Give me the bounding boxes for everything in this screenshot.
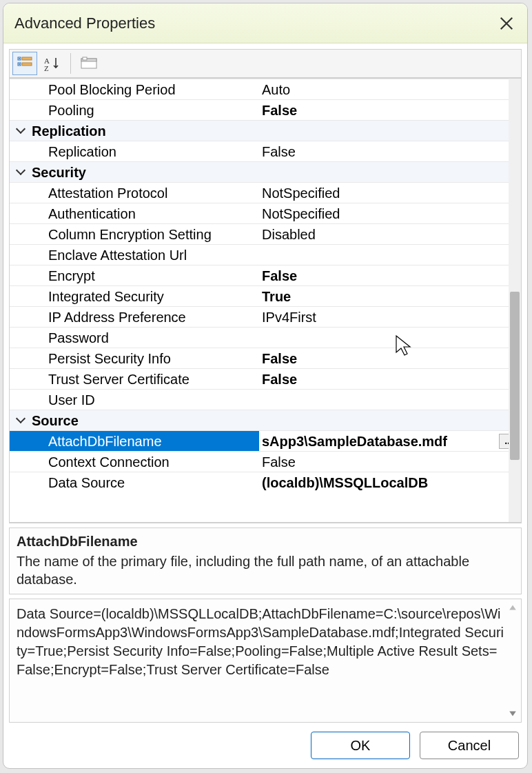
- prop-label: Persist Security Info: [32, 348, 259, 368]
- svg-text:Z: Z: [44, 64, 49, 71]
- row-integrated-security[interactable]: Integrated SecurityTrue: [10, 285, 521, 306]
- row-password[interactable]: Password: [10, 327, 521, 348]
- titlebar: Advanced Properties: [3, 3, 527, 43]
- row-authentication[interactable]: AuthenticationNotSpecified: [10, 203, 521, 223]
- description-pane: AttachDbFilename The name of the primary…: [9, 528, 522, 594]
- prop-label: Password: [32, 328, 259, 348]
- scrollbar-thumb[interactable]: [510, 292, 520, 460]
- prop-value[interactable]: False: [259, 100, 521, 120]
- row-pooling[interactable]: PoolingFalse: [10, 99, 521, 120]
- prop-label: Column Encryption Setting: [32, 224, 259, 244]
- row-attach-db-filename[interactable]: AttachDbFilenamesApp3\SampleDatabase.mdf…: [10, 430, 521, 451]
- categorized-icon: [17, 56, 33, 71]
- category-replication[interactable]: Replication: [10, 120, 521, 141]
- prop-value[interactable]: NotSpecified: [259, 183, 521, 203]
- prop-label: IP Address Preference: [32, 307, 259, 327]
- category-label: Security: [32, 162, 259, 182]
- connection-string-text: Data Source=(localdb)\MSSQLLocalDB;Attac…: [17, 606, 504, 677]
- scroll-down-button[interactable]: [507, 708, 518, 719]
- prop-value[interactable]: False: [259, 265, 521, 285]
- connection-string-box[interactable]: Data Source=(localdb)\MSSQLLocalDB;Attac…: [9, 599, 522, 723]
- prop-label: Trust Server Certificate: [32, 369, 259, 389]
- prop-label: Authentication: [32, 203, 259, 223]
- svg-rect-3: [22, 63, 32, 66]
- expand-toggle[interactable]: [10, 162, 32, 182]
- alphabetical-button[interactable]: A Z: [40, 52, 65, 75]
- row-column-encryption-setting[interactable]: Column Encryption SettingDisabled: [10, 223, 521, 244]
- category-label: Replication: [32, 121, 259, 141]
- prop-value[interactable]: True: [259, 286, 521, 306]
- triangle-up-icon: [509, 603, 517, 612]
- expand-toggle[interactable]: [10, 410, 32, 430]
- prop-value[interactable]: sApp3\SampleDatabase.mdf...: [259, 431, 521, 451]
- prop-value[interactable]: IPv4First: [259, 307, 521, 327]
- toolbar-separator: [70, 53, 71, 74]
- property-pages-icon: [80, 56, 98, 71]
- prop-value[interactable]: False: [259, 369, 521, 389]
- row-ip-address-preference[interactable]: IP Address PreferenceIPv4First: [10, 306, 521, 327]
- category-security[interactable]: Security: [10, 161, 521, 182]
- prop-label: Encrypt: [32, 265, 259, 285]
- description-title: AttachDbFilename: [17, 534, 514, 550]
- prop-label: Integrated Security: [32, 286, 259, 306]
- description-body: The name of the primary file, including …: [17, 552, 514, 588]
- property-grid: Pool Blocking PeriodAuto PoolingFalse Re…: [9, 78, 522, 523]
- connstr-scroll: [507, 602, 520, 719]
- prop-value[interactable]: False: [259, 452, 521, 472]
- row-user-id[interactable]: User ID: [10, 389, 521, 410]
- row-enclave-attestation-url[interactable]: Enclave Attestation Url: [10, 244, 521, 265]
- prop-label: AttachDbFilename: [32, 431, 259, 451]
- scroll-up-button[interactable]: [507, 602, 518, 613]
- prop-value[interactable]: False: [259, 141, 521, 161]
- close-icon: [499, 16, 514, 31]
- prop-label: User ID: [32, 390, 259, 410]
- prop-value[interactable]: [259, 390, 521, 410]
- prop-label: Data Source: [32, 472, 259, 492]
- svg-rect-1: [22, 57, 32, 60]
- chevron-down-icon: [16, 414, 25, 423]
- category-label: Source: [32, 410, 259, 430]
- row-replication[interactable]: ReplicationFalse: [10, 141, 521, 161]
- expand-toggle[interactable]: [10, 121, 32, 141]
- prop-value[interactable]: [259, 328, 521, 348]
- row-encrypt[interactable]: EncryptFalse: [10, 265, 521, 285]
- prop-label: Replication: [32, 141, 259, 161]
- row-pool-blocking-period[interactable]: Pool Blocking PeriodAuto: [10, 79, 521, 99]
- row-attestation-protocol[interactable]: Attestation ProtocolNotSpecified: [10, 182, 521, 203]
- prop-value[interactable]: [259, 245, 521, 265]
- prop-label: Enclave Attestation Url: [32, 245, 259, 265]
- prop-label: Pool Blocking Period: [32, 79, 259, 99]
- prop-value[interactable]: (localdb)\MSSQLLocalDB: [259, 472, 521, 492]
- prop-label: Context Connection: [32, 452, 259, 472]
- cancel-button[interactable]: Cancel: [420, 732, 519, 759]
- categorized-button[interactable]: [12, 52, 37, 75]
- property-toolbar: A Z: [9, 49, 522, 78]
- svg-rect-8: [83, 57, 87, 60]
- triangle-down-icon: [509, 710, 517, 718]
- property-pages-button[interactable]: [76, 52, 101, 75]
- dialog-title: Advanced Properties: [14, 14, 497, 32]
- row-persist-security-info[interactable]: Persist Security InfoFalse: [10, 348, 521, 368]
- grid-scrollbar[interactable]: [509, 79, 521, 522]
- prop-value[interactable]: False: [259, 348, 521, 368]
- prop-label: Attestation Protocol: [32, 183, 259, 203]
- alphabetical-icon: A Z: [44, 56, 61, 71]
- ok-button[interactable]: OK: [311, 732, 410, 759]
- prop-value[interactable]: Auto: [259, 79, 521, 99]
- dialog-window: Advanced Properties A Z: [3, 3, 528, 769]
- property-grid-rows[interactable]: Pool Blocking PeriodAuto PoolingFalse Re…: [10, 79, 521, 523]
- chevron-down-icon: [16, 124, 25, 134]
- category-source[interactable]: Source: [10, 410, 521, 430]
- dialog-buttons: OK Cancel: [3, 723, 527, 768]
- row-trust-server-certificate[interactable]: Trust Server CertificateFalse: [10, 368, 521, 389]
- prop-value[interactable]: Disabled: [259, 224, 521, 244]
- close-button[interactable]: [497, 14, 516, 33]
- prop-value[interactable]: NotSpecified: [259, 203, 521, 223]
- row-data-source[interactable]: Data Source(localdb)\MSSQLLocalDB: [10, 472, 521, 492]
- chevron-down-icon: [16, 165, 25, 175]
- row-context-connection[interactable]: Context ConnectionFalse: [10, 451, 521, 472]
- prop-label: Pooling: [32, 100, 259, 120]
